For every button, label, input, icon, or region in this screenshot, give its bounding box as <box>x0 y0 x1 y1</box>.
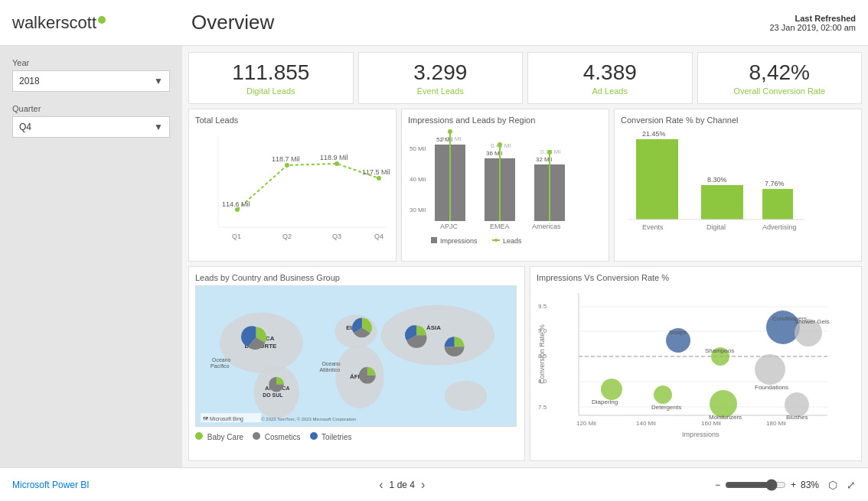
svg-text:8.30%: 8.30% <box>707 176 727 184</box>
quarter-value: Q4 <box>19 122 31 132</box>
conversion-channel-chart: Conversion Rate % by Channel 21.45% 8.30… <box>614 109 862 262</box>
svg-text:9.5: 9.5 <box>538 303 547 310</box>
svg-text:EMEA: EMEA <box>490 223 510 230</box>
svg-text:Moisturizers: Moisturizers <box>709 414 742 421</box>
svg-text:Diapering: Diapering <box>592 399 618 405</box>
kpi-conversion-rate: 8,42% Overall Conversion Rate <box>697 52 863 104</box>
legend-cosmetics: Cosmetics <box>253 432 300 441</box>
svg-text:🗺 Microsoft Bing: 🗺 Microsoft Bing <box>203 416 243 422</box>
ad-leads-label: Ad Leads <box>540 86 680 96</box>
svg-text:© 2023 TomTom; © 2023 Microsof: © 2023 TomTom; © 2023 Microsoft Corporat… <box>261 417 356 421</box>
total-leads-title: Total Leads <box>195 115 390 125</box>
year-select[interactable]: 2018 ▼ <box>12 70 170 92</box>
event-leads-label: Event Leads <box>371 86 511 96</box>
svg-text:Atlântico: Atlântico <box>320 367 341 372</box>
svg-text:50 Mil: 50 Mil <box>410 145 426 152</box>
legend-toiletries: Toiletries <box>310 432 352 441</box>
svg-text:Conversion Rate %: Conversion Rate % <box>538 324 546 384</box>
svg-rect-40 <box>636 139 678 220</box>
scatter-title: Impressions Vs Conversion Rate % <box>537 273 855 282</box>
svg-text:Impressions: Impressions <box>682 431 720 438</box>
kpi-digital-leads: 111.855 Digital Leads <box>188 52 354 104</box>
page-current: 1 de 4 <box>390 480 415 490</box>
svg-point-95 <box>601 379 622 400</box>
quarter-select[interactable]: Q4 ▼ <box>12 116 170 138</box>
svg-text:Q4: Q4 <box>374 233 383 240</box>
svg-text:Advertising: Advertising <box>762 223 797 231</box>
svg-text:7.5: 7.5 <box>538 404 547 411</box>
svg-point-21 <box>448 129 452 134</box>
kpi-event-leads: 3.299 Event Leads <box>358 52 524 104</box>
svg-point-4 <box>334 161 339 166</box>
svg-text:Foundations: Foundations <box>755 384 788 391</box>
powerbi-link[interactable]: Microsoft Power BI <box>12 480 90 490</box>
svg-point-97 <box>654 386 672 404</box>
svg-text:21.45%: 21.45% <box>642 130 666 138</box>
svg-rect-44 <box>762 189 793 220</box>
svg-text:Q3: Q3 <box>332 233 341 240</box>
logo: walkerscott <box>12 13 106 33</box>
conversion-channel-title: Conversion Rate % by Channel <box>621 115 855 125</box>
logo-text: walkerscott <box>12 13 96 33</box>
quarter-filter-group: Quarter Q4 ▼ <box>12 104 170 138</box>
zoom-bar: − + 83% <box>715 479 819 491</box>
fullscreen-icon[interactable]: ⤢ <box>847 479 856 491</box>
prev-page-button[interactable]: ‹ <box>379 478 383 492</box>
svg-text:Shampoos: Shampoos <box>705 347 734 354</box>
svg-text:Q2: Q2 <box>282 233 292 240</box>
svg-text:Impressions: Impressions <box>440 237 478 245</box>
svg-text:120 Mil: 120 Mil <box>576 420 596 427</box>
svg-text:117.5 Mil: 117.5 Mil <box>362 168 390 176</box>
kpi-ad-leads: 4.389 Ad Leads <box>527 52 693 104</box>
zoom-minus-button[interactable]: − <box>715 480 720 490</box>
svg-text:30 Mil: 30 Mil <box>410 207 426 213</box>
year-label: Year <box>12 58 170 67</box>
svg-text:Soaps: Soaps <box>669 329 687 336</box>
refresh-info: Last Refreshed 23 Jan 2019, 02:00 am <box>769 14 856 32</box>
zoom-slider[interactable] <box>725 479 786 491</box>
pagination: ‹ 1 de 4 › <box>379 478 425 492</box>
svg-text:Leads: Leads <box>503 237 522 245</box>
svg-text:118.9 Mil: 118.9 Mil <box>320 154 348 161</box>
event-leads-value: 3.299 <box>371 60 511 85</box>
impressions-leads-chart: Impressions and Leads by Region 50 Mil 4… <box>401 109 609 262</box>
svg-text:140 Mil: 140 Mil <box>636 420 656 427</box>
conversion-rate-label: Overall Conversion Rate <box>710 86 850 96</box>
quarter-label: Quarter <box>12 104 170 113</box>
svg-text:Events: Events <box>642 223 664 231</box>
refresh-label: Last Refreshed <box>769 14 856 23</box>
svg-text:Pacífico: Pacífico <box>210 363 230 369</box>
svg-text:Q1: Q1 <box>232 233 241 240</box>
share-icon[interactable]: ⬡ <box>828 479 837 491</box>
map-title: Leads by Country and Business Group <box>195 273 518 282</box>
svg-text:118.7 Mil: 118.7 Mil <box>272 155 300 163</box>
svg-point-3 <box>285 163 289 168</box>
digital-leads-label: Digital Leads <box>201 86 341 96</box>
svg-rect-35 <box>431 237 437 243</box>
svg-point-55 <box>445 381 487 412</box>
svg-text:ÁSIA: ÁSIA <box>426 324 441 331</box>
sidebar: Year 2018 ▼ Quarter Q4 ▼ <box>0 46 182 467</box>
svg-text:40 Mil: 40 Mil <box>410 176 426 183</box>
svg-point-31 <box>547 150 552 155</box>
scatter-chart: Impressions Vs Conversion Rate % 9.5 9.0… <box>530 266 862 461</box>
logo-dot <box>98 16 106 24</box>
svg-point-54 <box>381 305 494 366</box>
refresh-date: 23 Jan 2019, 02:00 am <box>769 23 856 32</box>
total-leads-chart: Total Leads <box>188 109 396 262</box>
svg-text:Blushes: Blushes <box>786 414 808 421</box>
svg-text:Oceano: Oceano <box>321 361 340 366</box>
zoom-plus-button[interactable]: + <box>791 480 796 490</box>
page-title: Overview <box>191 11 274 34</box>
svg-text:DO SUL: DO SUL <box>263 392 282 398</box>
year-chevron-icon: ▼ <box>154 76 163 86</box>
year-filter-group: Year 2018 ▼ <box>12 58 170 92</box>
svg-text:Oceano: Oceano <box>212 357 230 363</box>
svg-text:APJC: APJC <box>440 223 458 230</box>
svg-text:Americas: Americas <box>532 223 561 230</box>
bottom-bar: Microsoft Power BI ‹ 1 de 4 › − + 83% ⬡ … <box>0 467 868 501</box>
next-page-button[interactable]: › <box>421 478 425 492</box>
zoom-value: 83% <box>801 480 819 490</box>
svg-text:Detergents: Detergents <box>651 404 681 411</box>
ad-leads-value: 4.389 <box>540 60 680 85</box>
